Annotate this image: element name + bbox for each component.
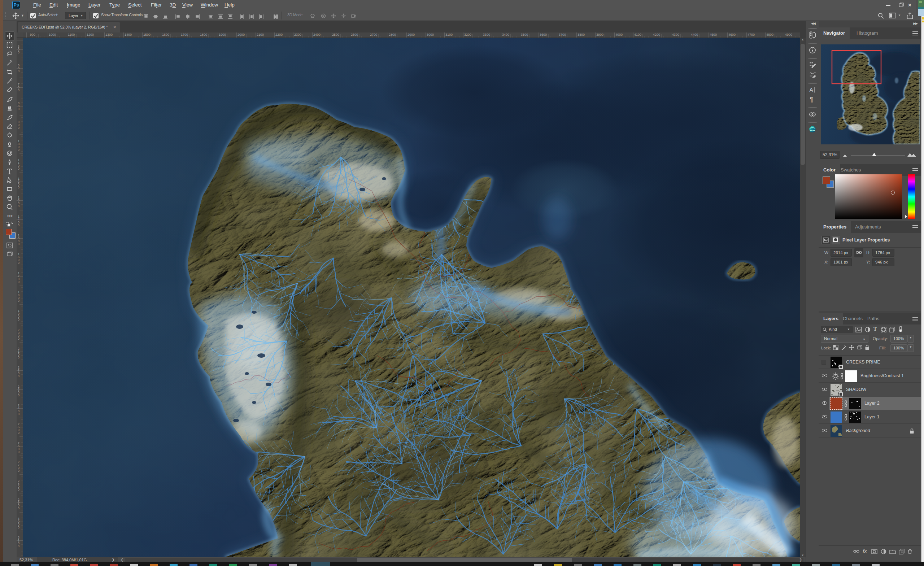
svg-text:A: A [809,87,813,93]
svg-text:¶: ¶ [810,96,813,103]
